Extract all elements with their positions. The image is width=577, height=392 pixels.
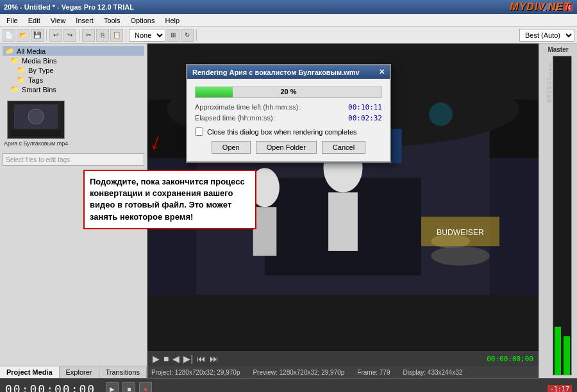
master-label: Master <box>548 46 568 53</box>
toolbar-separator-1 <box>46 29 47 41</box>
save-button[interactable]: 💾 <box>31 29 44 42</box>
mydiv-logo: MYDIV.NET <box>510 1 571 13</box>
meter-mark-36: 36 <box>544 99 552 103</box>
paste-button[interactable]: 📋 <box>110 29 123 42</box>
elapsed-time-row: Elapsed time (hh:mm:ss): 00:02:32 <box>195 114 382 122</box>
svg-rect-14 <box>253 207 277 256</box>
render-dialog-close[interactable]: ✕ <box>379 68 385 76</box>
close-on-complete-label: Close this dialog box when rendering com… <box>207 128 357 136</box>
elapsed-label: Elapsed time (hh:mm:ss): <box>195 114 275 122</box>
tree-smart-bins[interactable]: 📁 Smart Bins <box>3 85 144 94</box>
tree-tags[interactable]: 📁 Tags <box>3 75 144 85</box>
tree-all-media[interactable]: 📁 All Media <box>3 46 144 56</box>
redo-button[interactable]: ↪ <box>63 29 76 42</box>
new-button[interactable]: 📄 <box>3 29 15 42</box>
preview-info: Preview: 1280x720x32; 29,970p <box>253 369 344 376</box>
open-button[interactable]: 📂 <box>17 29 29 42</box>
menu-file[interactable]: File <box>3 15 22 26</box>
tl-play-button[interactable]: ▶ <box>106 382 119 392</box>
play-button[interactable]: ▶ <box>153 354 160 364</box>
meter-mark-30: 30 <box>544 94 552 99</box>
menu-tools[interactable]: Tools <box>100 15 124 26</box>
left-level-bar <box>555 327 561 375</box>
close-on-complete-checkbox[interactable] <box>195 127 203 136</box>
cancel-render-button[interactable]: Cancel <box>322 141 365 154</box>
render-dialog-title: Rendering Ария с вокалистом Булгаковым.w… <box>192 69 360 76</box>
menu-edit[interactable]: Edit <box>24 15 44 26</box>
meter-mark-15: 15 <box>544 81 552 85</box>
folder-icon: 📁 <box>5 47 14 55</box>
meter-mark-24: 24 <box>544 90 552 94</box>
folder-icon-2: 📁 <box>10 56 19 65</box>
undo-button[interactable]: ↩ <box>49 29 62 42</box>
menubar: File Edit View Insert Tools Options Help <box>0 14 577 27</box>
open-folder-button[interactable]: Open Folder <box>256 141 317 154</box>
copy-button[interactable]: ⎘ <box>96 29 109 42</box>
tree-media-bins[interactable]: 📁 Media Bins <box>3 56 144 65</box>
render-percent: 20 % <box>196 88 381 95</box>
folder-icon-5: 📁 <box>10 85 19 94</box>
media-tree: 📁 All Media 📁 Media Bins 📁 By Type 📁 Tag… <box>0 44 147 97</box>
timecode-display: 00:00:00;00 <box>5 382 96 393</box>
media-filename: Ария с Булгаковым.mp4 <box>4 140 68 147</box>
tab-project-media[interactable]: Project Media <box>0 366 60 378</box>
render-dialog-titlebar: Rendering Ария с вокалистом Булгаковым.w… <box>187 65 390 79</box>
menu-help[interactable]: Help <box>161 15 183 26</box>
none-dropdown[interactable]: None <box>129 29 165 42</box>
master-meter <box>553 56 572 375</box>
loop-button[interactable]: ↻ <box>181 29 194 42</box>
titlebar: 20% - Untitled * - Vegas Pro 12.0 TRIAL … <box>0 0 577 14</box>
render-checkbox-row: Close this dialog box when rendering com… <box>195 127 382 136</box>
menu-insert[interactable]: Insert <box>72 15 97 26</box>
rewind-button[interactable]: ⏮ <box>197 354 206 364</box>
project-info: Project: 1280x720x32; 29,970p <box>151 369 240 376</box>
stop-button[interactable]: ■ <box>163 354 169 364</box>
snap-button[interactable]: ⊞ <box>167 29 180 42</box>
render-buttons: Open Open Folder Cancel <box>195 141 382 154</box>
svg-point-2 <box>28 109 44 124</box>
folder-icon-4: 📁 <box>17 76 26 84</box>
timeline-area: 00:00:00;00 ▶ ■ ● -1:17 Ctrl-Ctrl-Ctrl-V… <box>0 378 577 392</box>
media-item: Ария с Булгаковым.mp4 <box>4 101 68 147</box>
toolbar-separator-3 <box>126 29 126 41</box>
tab-transitions[interactable]: Transitions <box>99 366 147 378</box>
prev-frame-button[interactable]: ◀ <box>172 354 180 364</box>
approx-value: 00:10:11 <box>348 103 382 111</box>
tl-record-button[interactable]: ● <box>139 382 152 392</box>
meter-mark-9: 9 <box>544 72 552 76</box>
menu-options[interactable]: Options <box>127 15 159 26</box>
display-info: Display: 433x244x32 <box>403 369 462 376</box>
svg-text:BUDWEISER: BUDWEISER <box>437 228 484 237</box>
svg-rect-3 <box>11 130 61 136</box>
window-controls: MYDIV.NET _ □ ✕ <box>540 3 573 12</box>
meter-mark-6: 6 <box>544 67 552 72</box>
media-thumbnail[interactable] <box>7 101 65 139</box>
thumb-preview <box>8 101 64 138</box>
render-progress-bar: 20 % <box>195 86 382 98</box>
tag-input[interactable]: Select files to edit tags <box>3 153 144 166</box>
timeline-flag: -1:17 <box>548 385 572 393</box>
tl-stop-button[interactable]: ■ <box>122 382 135 392</box>
tab-explorer[interactable]: Explorer <box>60 366 99 378</box>
preview-timecode: 00:00:00;00 <box>487 355 533 363</box>
toolbar-separator-4 <box>196 29 197 41</box>
meter-mark-3: 3 <box>544 63 552 67</box>
folder-icon-3: 📁 <box>17 66 26 74</box>
meter-mark-12: 12 <box>544 76 552 81</box>
timeline-header: 00:00:00;00 ▶ ■ ● -1:17 <box>0 379 577 392</box>
right-level-bar <box>564 336 570 375</box>
quality-dropdown[interactable]: Best (Auto) <box>519 29 574 42</box>
toolbar: 📄 📂 💾 ↩ ↪ ✂ ⎘ 📋 None ⊞ ↻ Best (Auto) <box>0 27 577 44</box>
frame-info: Frame: 779 <box>357 369 390 376</box>
annotation-box: Подождите, пока закончится процесс конве… <box>83 170 256 229</box>
next-frame-button[interactable]: ▶| <box>183 354 193 364</box>
cut-button[interactable]: ✂ <box>82 29 95 42</box>
menu-view[interactable]: View <box>47 15 70 26</box>
svg-rect-10 <box>328 192 358 251</box>
fast-forward-button[interactable]: ⏭ <box>210 354 219 364</box>
annotation-text: Подождите, пока закончится процесс конве… <box>90 177 245 222</box>
elapsed-value: 00:02:32 <box>348 114 382 122</box>
open-button[interactable]: Open <box>212 141 251 154</box>
tree-by-type[interactable]: 📁 By Type <box>3 65 144 75</box>
meter-mark-18: 18 <box>544 85 552 90</box>
